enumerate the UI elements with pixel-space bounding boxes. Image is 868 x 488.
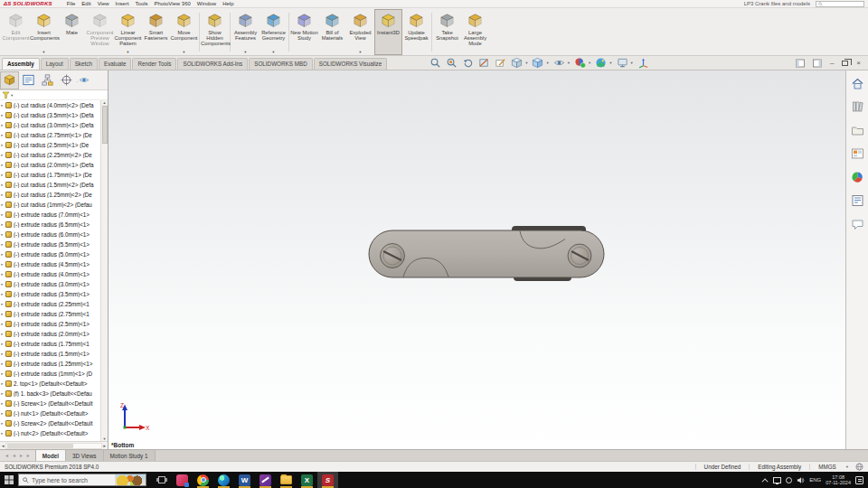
displaymanager-icon[interactable] (79, 71, 90, 89)
tree-item[interactable]: ▸ (-) extrude radius (2.0mm)<1> (0, 329, 100, 339)
ribbon-button[interactable]: Exploded View ▾ (346, 9, 374, 55)
collapse-pane-icon[interactable] (796, 55, 805, 71)
excel-button[interactable]: X (297, 472, 317, 488)
tree-item[interactable]: ▸ (-) cut radius (1.5mm)<2> (Defa (0, 180, 100, 190)
left-screw[interactable] (381, 244, 405, 268)
tree-vertical-scrollbar[interactable]: ▲ ▼ (100, 100, 108, 441)
zoom-to-fit-icon[interactable] (429, 57, 441, 69)
expand-arrow-icon[interactable]: ▸ (0, 342, 5, 346)
dropdown-caret[interactable]: ▾ (115, 50, 141, 54)
expand-arrow-icon[interactable]: ▸ (0, 302, 5, 306)
zoom-to-area-icon[interactable] (446, 57, 458, 69)
expand-arrow-icon[interactable]: ▸ (0, 143, 5, 147)
tree-item[interactable]: ▸ (-) extrude radius (2.5mm)<1> (0, 319, 100, 329)
tree-item[interactable]: ▸ (-) cut radius (1.75mm)<1> (De (0, 170, 100, 180)
tree-item[interactable]: ▸ (-) cut radius (2.75mm)<1> (De (0, 130, 100, 140)
ribbon-button[interactable]: Edit Component ▾ (2, 9, 30, 55)
menu-item[interactable]: Help (222, 1, 233, 6)
task-view-button[interactable] (151, 472, 172, 488)
ribbon-button[interactable]: Insert Components ▾ (30, 9, 58, 55)
expand-arrow-icon[interactable]: ▸ (0, 381, 5, 386)
display-style-icon[interactable] (532, 57, 543, 69)
ribbon-button[interactable]: Component Preview Window ▾ (86, 9, 114, 55)
custom-properties-icon[interactable] (851, 194, 864, 211)
propertymanager-icon[interactable] (19, 71, 38, 89)
graphics-viewport[interactable]: Z X *Bottom (108, 70, 845, 449)
action-center-icon[interactable] (855, 476, 863, 484)
hide-show-items-icon[interactable] (553, 57, 565, 69)
section-view-icon[interactable] (478, 57, 490, 69)
ribbon-button[interactable]: Assembly Features ▾ (231, 9, 259, 55)
featuremanager-tree-icon[interactable] (0, 71, 19, 89)
file-explorer-icon[interactable] (851, 124, 864, 140)
ribbon-button[interactable]: New Motion Study ▾ (290, 9, 318, 55)
taskbar-clock[interactable]: 17:08 07-11-2024 (826, 474, 851, 486)
expand-arrow-icon[interactable]: ▸ (0, 421, 5, 426)
tree-item[interactable]: ▸ (-) Screw<2> (Default<<Default (0, 418, 100, 428)
tree-item[interactable]: ▸ (-) cut radius (2.25mm)<2> (De (0, 150, 100, 160)
expand-arrow-icon[interactable]: ▸ (0, 361, 5, 366)
command-tab[interactable]: SOLIDWORKS MBD (249, 58, 312, 70)
ribbon-button[interactable]: Linear Component Pattern ▾ (114, 9, 142, 55)
previous-view-icon[interactable] (462, 57, 474, 69)
dropdown-caret[interactable]: ▾ (589, 61, 590, 65)
annotation-views-icon[interactable] (495, 57, 506, 69)
dropdown-caret[interactable]: ▾ (31, 50, 57, 54)
filter-funnel-icon[interactable] (2, 91, 10, 99)
tree-item[interactable]: ▸ (-) extrude radius (5.0mm)<1> (0, 249, 100, 259)
expand-arrow-icon[interactable]: ▸ (0, 222, 5, 227)
file-explorer-button[interactable] (276, 472, 297, 488)
tree-item[interactable]: ▸ (-) cut radius (3.5mm)<1> (Defa (0, 110, 100, 120)
edit-appearance-icon[interactable] (574, 57, 586, 69)
tree-item[interactable]: ▸ (-) nut<1> (Default<<Default>_ (0, 408, 100, 418)
dropdown-caret[interactable]: ▾ (347, 50, 373, 54)
expand-arrow-icon[interactable]: ▸ (0, 202, 5, 207)
expand-arrow-icon[interactable]: ▸ (0, 192, 5, 197)
expand-arrow-icon[interactable]: ▸ (0, 411, 5, 416)
tree-item[interactable]: ▸ (-) extrude radius (5.5mm)<1> (0, 239, 100, 249)
menu-item[interactable]: File (67, 1, 76, 6)
ribbon-button[interactable]: Update Speedpak ▾ (402, 9, 430, 55)
dropdown-caret[interactable]: ▾ (546, 61, 548, 65)
expand-arrow-icon[interactable]: ▸ (0, 212, 5, 217)
search-input[interactable] (816, 1, 864, 7)
tree-item[interactable]: ▸ (-) cut radius (3.0mm)<1> (Defa (0, 120, 100, 130)
document-tab[interactable]: Motion Study 1 (104, 450, 156, 461)
tree-item[interactable]: ▸ (-) extrude radius (7.0mm)<1> (0, 210, 100, 220)
minimize-button[interactable]: – (830, 60, 834, 67)
home-icon[interactable] (851, 77, 864, 93)
menu-item[interactable]: Window (197, 1, 216, 6)
tree-item[interactable]: ▸ (-) Screw<1> (Default<<Default (0, 399, 100, 408)
tree-item[interactable]: ▸ (-) extrude radius (4.0mm)<1> (0, 269, 100, 279)
tree-item[interactable]: ▸ (-) nut<2> (Default<<Default>_ (0, 428, 100, 438)
apply-scene-icon[interactable] (595, 57, 607, 69)
expand-arrow-icon[interactable]: ▸ (0, 133, 5, 137)
edge-button[interactable] (213, 472, 234, 488)
scroll-down-icon[interactable]: ▼ (103, 436, 107, 441)
close-button[interactable]: × (856, 60, 861, 67)
tree-item[interactable]: ▸ (-) cut radius (1.25mm)<2> (De (0, 190, 100, 200)
tree-item[interactable]: ▸ (-) cut radius (2.0mm)<1> (Defa (0, 160, 100, 170)
display-pane-icon[interactable] (813, 55, 822, 71)
expand-arrow-icon[interactable]: ▸ (0, 153, 5, 157)
ribbon-button[interactable]: Move Component ▾ (170, 9, 198, 55)
globe-icon[interactable] (855, 463, 863, 471)
menu-item[interactable]: Tools (136, 1, 148, 6)
command-tab[interactable]: SOLIDWORKS Visualize (314, 58, 388, 70)
ribbon-button[interactable]: Reference Geometry ▾ (259, 9, 288, 55)
tree-item[interactable]: ▸ (-) extrude radius (2.25mm)<1 (0, 299, 100, 309)
document-tab[interactable]: Model (36, 450, 66, 461)
purple-app-button[interactable] (255, 472, 276, 488)
dropdown-caret[interactable]: ▾ (525, 61, 527, 65)
command-tab[interactable]: Render Tools (132, 58, 176, 70)
ribbon-button[interactable]: Instant3D ▾ (374, 9, 402, 55)
menu-item[interactable]: Insert (116, 1, 129, 6)
expand-arrow-icon[interactable]: ▸ (0, 163, 5, 167)
solidworks-forum-icon[interactable] (851, 218, 864, 234)
expand-arrow-icon[interactable]: ▸ (0, 352, 5, 356)
tree-item[interactable]: ▸ (-) extrude radius (6.0mm)<1> (0, 230, 100, 239)
dropdown-caret[interactable]: ▾ (568, 61, 570, 65)
design-library-icon[interactable] (851, 100, 864, 117)
tree-item[interactable]: ▸ (-) extrude radius (1.25mm)<1> (0, 359, 100, 369)
tree-item[interactable]: ▸ (-) extrude radius (4.5mm)<1> (0, 259, 100, 269)
